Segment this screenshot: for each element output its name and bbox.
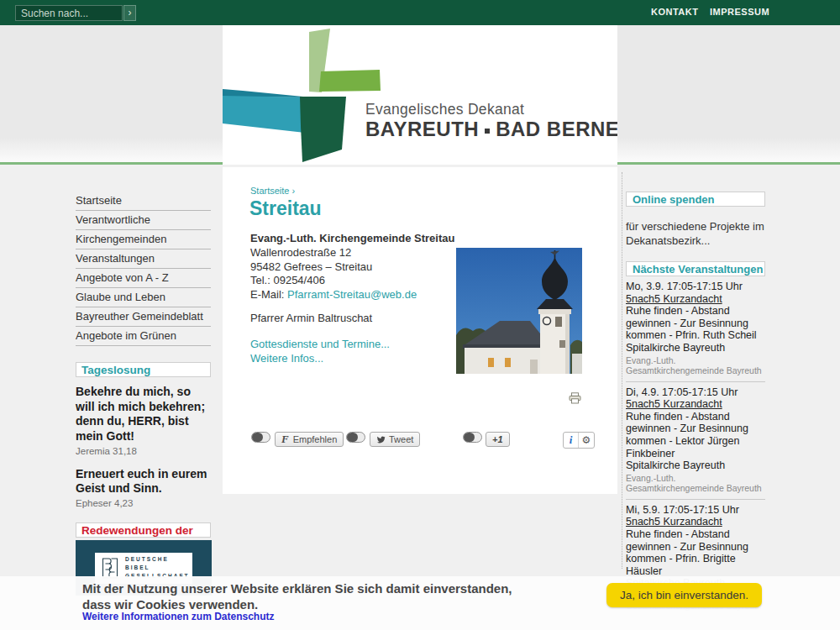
dbg-word-bibel: BIBEL xyxy=(125,564,189,572)
impressum-link[interactable]: IMPRESSUM xyxy=(710,7,769,17)
breadcrumb[interactable]: Startseite › xyxy=(250,186,295,196)
search-input[interactable] xyxy=(15,5,123,21)
sidebar-item-gemeindeblatt[interactable]: Bayreuther Gemeindeblatt xyxy=(76,307,211,327)
parish-email-line: E-Mail: Pfarramt-Streitau@web.de xyxy=(250,288,454,302)
brand-dot-separator xyxy=(485,129,490,134)
event-title-link[interactable]: 5nach5 Kurzandacht xyxy=(626,398,722,410)
event-date: Mo, 3.9. 17:05-17:15 Uhr xyxy=(626,281,765,293)
plus-one-label: +1 xyxy=(492,434,503,444)
page-title: Streitau xyxy=(249,197,322,220)
event-place: Spitalkirche Bayreuth xyxy=(626,342,765,354)
tageslosung-heading: Tageslosung xyxy=(76,362,211,377)
print-icon[interactable] xyxy=(569,392,581,404)
sidebar-item-startseite[interactable]: Startseite xyxy=(76,192,211,211)
twitter-privacy-toggle[interactable] xyxy=(346,432,365,443)
brand-title-part2: BAD BERNECK xyxy=(496,118,617,140)
facebook-privacy-toggle[interactable] xyxy=(251,432,270,443)
share-info-button[interactable]: i xyxy=(564,433,579,448)
services-link[interactable]: Gottesdienste und Termine... xyxy=(250,337,390,351)
left-sidebar: Startseite Verantwortliche Kirchengemein… xyxy=(76,192,211,596)
events-heading: Nächste Veranstaltungen xyxy=(626,261,765,276)
pastor-name: Pfarrer Armin Baltruschat xyxy=(250,312,372,324)
event-date: Mi, 5.9. 17:05-17:15 Uhr xyxy=(626,504,765,517)
tageslosung-ref-1: Jeremia 31,18 xyxy=(76,446,211,456)
cookie-message-line1: Mit der Nutzung unserer Website erklären… xyxy=(82,580,512,596)
tweet-label: Tweet xyxy=(389,434,413,444)
sidebar-item-angebote-im-gruenen[interactable]: Angebote im Grünen xyxy=(76,327,211,346)
redewendungen-heading: Redewendungen der Bibel xyxy=(76,522,211,538)
parish-info: Evang.-Luth. Kirchengemeinde Streitau Wa… xyxy=(250,232,454,302)
topbar: › KONTAKT IMPRESSUM xyxy=(0,0,840,25)
parish-phone: Tel.: 09254/406 xyxy=(250,274,454,288)
parish-city: 95482 Gefrees – Streitau xyxy=(250,260,454,275)
event-title-link[interactable]: 5nach5 Kurzandacht xyxy=(626,293,722,305)
facebook-f-icon: F xyxy=(281,433,289,446)
facebook-share-button[interactable]: F Empfehlen xyxy=(275,432,344,447)
online-spenden-text: für verschiedene Projekte im Dekanatsbez… xyxy=(626,219,765,248)
event-title-link[interactable]: 5nach5 Kurzandacht xyxy=(626,516,722,528)
plus-one-button[interactable]: +1 xyxy=(486,432,510,447)
share-settings-gear-icon[interactable]: ⚙ xyxy=(579,433,594,448)
share-settings-group: i ⚙ xyxy=(563,432,595,449)
breadcrumb-home[interactable]: Startseite xyxy=(250,186,289,196)
gplus-privacy-toggle[interactable] xyxy=(463,432,482,443)
tageslosung-verse-1: Bekehre du mich, so will ich mich bekehr… xyxy=(76,385,211,444)
sidebar-item-veranstaltungen[interactable]: Veranstaltungen xyxy=(76,249,211,269)
sidebar-item-kirchengemeinden[interactable]: Kirchengemeinden xyxy=(76,230,211,249)
content-sidebar-divider xyxy=(622,172,622,569)
cookie-message: Mit der Nutzung unserer Website erklären… xyxy=(82,580,512,612)
twitter-bird-icon xyxy=(376,435,386,444)
parish-street: Wallenrodestraße 12 xyxy=(250,246,454,260)
email-label: E-Mail: xyxy=(250,288,287,301)
event-place: Spitalkirche Bayreuth xyxy=(626,459,765,472)
email-link[interactable]: Pfarramt-Streitau@web.de xyxy=(287,288,417,301)
datenschutz-link[interactable]: Weitere Informationen zum Datenschutz xyxy=(82,611,274,622)
kontakt-link[interactable]: KONTAKT xyxy=(651,7,698,17)
header-logo-area: Evangelisches Dekanat BAYREUTHBAD BERNEC… xyxy=(223,25,617,165)
brand-subtitle: Evangelisches Dekanat xyxy=(365,101,524,118)
parish-name: Evang.-Luth. Kirchengemeinde Streitau xyxy=(250,232,454,246)
event-item-1: Mo, 3.9. 17:05-17:15 Uhr 5nach5 Kurzanda… xyxy=(626,276,765,382)
sidebar-item-glaube-und-leben[interactable]: Glaube und Leben xyxy=(76,288,211,307)
brand-title-part1: BAYREUTH xyxy=(365,118,479,140)
brand-title: BAYREUTHBAD BERNECK xyxy=(365,118,617,141)
breadcrumb-separator-icon: › xyxy=(292,186,296,196)
event-description: Ruhe finden - Abstand gewinnen - Zur Bes… xyxy=(626,411,765,459)
tageslosung-verse-2: Erneuert euch in eurem Geist und Sinn. xyxy=(76,467,211,496)
main-content: Startseite › Streitau Evang.-Luth. Kirch… xyxy=(223,167,617,494)
event-organizer: Evang.-Luth. Gesamtkirchengemeinde Bayre… xyxy=(626,473,765,493)
event-item-2: Di, 4.9. 17:05-17:15 Uhr 5nach5 Kurzanda… xyxy=(626,382,765,500)
social-buttons-row: F Empfehlen Tweet +1 i ⚙ xyxy=(223,432,617,449)
tageslosung-ref-2: Epheser 4,23 xyxy=(76,498,211,508)
sidebar-item-angebote-a-z[interactable]: Angebote von A - Z xyxy=(76,269,211,288)
header-band: Evangelisches Dekanat BAYREUTHBAD BERNEC… xyxy=(0,25,840,165)
dbg-word-deutsche: DEUTSCHE xyxy=(125,555,189,564)
event-organizer: Evang.-Luth. Gesamtkirchengemeinde Bayre… xyxy=(626,355,765,375)
right-sidebar: Online spenden für verschiedene Projekte… xyxy=(626,192,765,617)
more-info-link[interactable]: Weitere Infos... xyxy=(250,351,390,365)
event-description: Ruhe finden - Abstand gewinnen - Zur Bes… xyxy=(626,305,765,342)
church-photo xyxy=(456,248,582,374)
search-submit-button[interactable]: › xyxy=(123,5,136,21)
online-spenden-heading[interactable]: Online spenden xyxy=(626,192,765,207)
event-date: Di, 4.9. 17:05-17:15 Uhr xyxy=(626,386,765,399)
cookie-accept-button[interactable]: Ja, ich bin einverstanden. xyxy=(606,583,762,607)
cookie-banner: Mit der Nutzung unserer Website erklären… xyxy=(0,576,840,630)
event-description: Ruhe finden - Abstand gewinnen - Zur Bes… xyxy=(626,528,765,577)
sidebar-item-verantwortliche[interactable]: Verantwortliche xyxy=(76,211,211,230)
tweet-button[interactable]: Tweet xyxy=(370,432,420,447)
facebook-share-label: Empfehlen xyxy=(293,434,338,444)
dekanat-cross-logo-icon xyxy=(223,25,617,165)
